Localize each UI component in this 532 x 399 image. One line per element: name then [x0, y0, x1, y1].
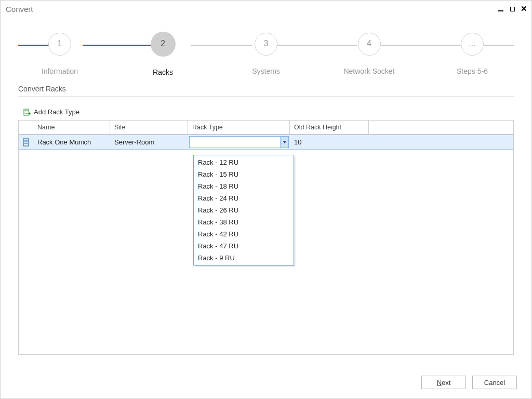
step-label: Steps 5-6 — [457, 67, 488, 75]
rack-type-dropdown-popup: Rack - 12 RU Rack - 15 RU Rack - 18 RU R… — [193, 155, 294, 265]
step-number: 2 — [151, 32, 176, 57]
convert-wizard-window: Convert ✕ 1 Information 2 Racks 3 Sys — [0, 0, 532, 399]
dropdown-option[interactable]: Rack - 18 RU — [194, 180, 294, 192]
step-information[interactable]: 1 Information — [29, 30, 91, 76]
close-button[interactable]: ✕ — [520, 5, 527, 12]
cell-name: Rack One Munich — [33, 135, 110, 150]
cell-rack-type[interactable] — [188, 135, 290, 150]
minimize-button[interactable] — [497, 5, 504, 12]
rack-icon — [19, 135, 33, 150]
window-controls: ✕ — [497, 5, 527, 12]
window-title: Convert — [6, 5, 497, 14]
grid-header-row: Name Site Rack Type Old Rack Height — [19, 121, 513, 135]
add-rack-type-icon — [23, 109, 31, 116]
add-rack-type-label: Add Rack Type — [34, 108, 79, 116]
dropdown-option[interactable]: Rack - 12 RU — [194, 156, 294, 168]
dropdown-option[interactable]: Rack - 38 RU — [194, 216, 294, 228]
step-label: Systems — [252, 67, 280, 75]
add-rack-type-link[interactable]: Add Rack Type — [23, 108, 512, 116]
svg-rect-7 — [23, 139, 29, 146]
step-number: 1 — [48, 33, 71, 56]
rack-type-value[interactable] — [190, 137, 280, 148]
step-network-socket[interactable]: 4 Network Socket — [338, 30, 401, 76]
col-site[interactable]: Site — [110, 121, 188, 135]
col-name[interactable]: Name — [33, 121, 110, 135]
rack-type-dropdown[interactable] — [189, 136, 289, 148]
wizard-stepper: 1 Information 2 Racks 3 Systems 4 Networ… — [18, 30, 514, 82]
cell-spacer — [369, 135, 513, 150]
col-rack-type[interactable]: Rack Type — [188, 121, 290, 135]
maximize-button[interactable] — [509, 5, 516, 12]
dropdown-option[interactable]: Rack - 24 RU — [194, 192, 294, 204]
chevron-down-icon — [283, 141, 286, 143]
section-title: Convert Racks — [18, 85, 514, 97]
dropdown-option[interactable]: Rack - 15 RU — [194, 168, 294, 180]
titlebar: Convert ✕ — [1, 1, 531, 15]
step-label: Racks — [153, 68, 173, 76]
table-row[interactable]: Rack One Munich Server-Room 10 — [19, 135, 513, 150]
col-spacer — [369, 121, 513, 135]
step-systems[interactable]: 3 Systems — [235, 30, 297, 76]
col-old-height[interactable]: Old Rack Height — [290, 121, 369, 135]
dropdown-button[interactable] — [280, 137, 288, 148]
cancel-button[interactable]: Cancel — [472, 376, 517, 389]
cell-site: Server-Room — [110, 135, 188, 150]
wizard-footer: Next Cancel — [421, 376, 517, 389]
step-number: ... — [461, 33, 484, 56]
dropdown-option[interactable]: Rack - 42 RU — [194, 228, 294, 240]
dropdown-option[interactable]: Rack - 26 RU — [194, 204, 294, 216]
next-button[interactable]: Next — [421, 376, 466, 389]
step-racks[interactable]: 2 Racks — [132, 30, 194, 76]
step-label: Network Socket — [343, 67, 394, 75]
step-label: Information — [42, 67, 78, 75]
step-more[interactable]: ... Steps 5-6 — [441, 30, 503, 76]
col-icon — [19, 121, 33, 135]
dropdown-option[interactable]: Rack - 47 RU — [194, 240, 294, 252]
step-number: 4 — [358, 33, 381, 56]
cell-old-height: 10 — [290, 135, 369, 150]
step-number: 3 — [255, 33, 277, 56]
dropdown-option[interactable]: Rack - 9 RU — [194, 252, 294, 264]
